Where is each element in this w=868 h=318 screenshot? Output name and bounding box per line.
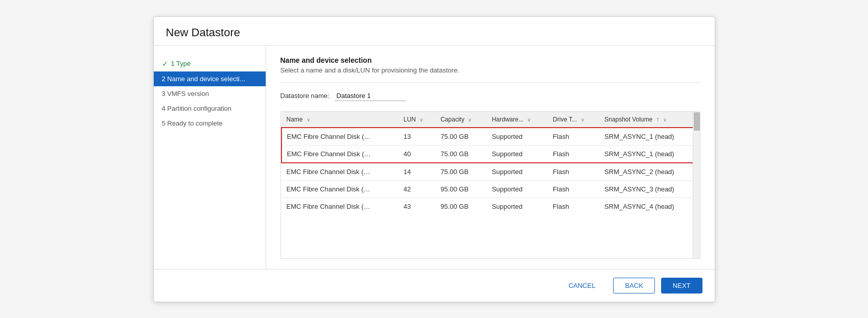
cell-snapshot: SRM_ASYNC_2 (head) xyxy=(599,163,699,181)
dialog-header: New Datastore xyxy=(154,17,715,46)
chevron-down-icon: ∨ xyxy=(663,117,667,123)
wizard-sidebar: ✓ 1 Type 2 Name and device selecti... 3 … xyxy=(154,46,266,269)
cell-lun: 43 xyxy=(398,198,435,215)
sidebar-item-label-5: 5 Ready to complete xyxy=(162,119,223,127)
cell-name: EMC Fibre Channel Disk (… xyxy=(281,145,398,163)
new-datastore-dialog: New Datastore ✓ 1 Type 2 Name and device… xyxy=(153,16,715,302)
col-lun[interactable]: LUN ∨ xyxy=(398,112,435,128)
cell-name: EMC Fibre Channel Disk (… xyxy=(281,163,398,181)
cell-snapshot: SRM_ASYNC_4 (head) xyxy=(599,198,699,215)
sidebar-item-step3[interactable]: 3 VMFS version xyxy=(154,86,266,101)
cell-lun: 13 xyxy=(398,128,435,145)
cell-hardware: Supported xyxy=(487,163,548,181)
sidebar-item-step4[interactable]: 4 Partition configuration xyxy=(154,101,266,116)
table-row[interactable]: EMC Fibre Channel Disk (… 43 95.00 GB Su… xyxy=(281,198,699,215)
cell-drive-type: Flash xyxy=(548,180,599,198)
chevron-down-icon: ∨ xyxy=(527,117,531,123)
sidebar-item-step5[interactable]: 5 Ready to complete xyxy=(154,116,266,131)
table-row[interactable]: EMC Fibre Channel Disk (… 42 95.00 GB Su… xyxy=(281,180,699,198)
table-row[interactable]: EMC Fibre Channel Disk (… 40 75.00 GB Su… xyxy=(281,145,699,163)
cell-capacity: 75.00 GB xyxy=(435,128,486,145)
col-capacity[interactable]: Capacity ∨ xyxy=(435,112,486,128)
scrollbar-track[interactable] xyxy=(693,112,700,258)
cell-hardware: Supported xyxy=(487,180,548,198)
dialog-body: ✓ 1 Type 2 Name and device selecti... 3 … xyxy=(154,46,715,269)
dialog-footer: CANCEL BACK NEXT xyxy=(154,269,715,302)
checkmark-icon: ✓ xyxy=(162,60,168,68)
cell-capacity: 95.00 GB xyxy=(435,198,486,215)
disk-table: Name ∨ LUN ∨ Capacity ∨ xyxy=(281,112,700,215)
chevron-down-icon: ∨ xyxy=(307,117,310,123)
datastore-name-label: Datastore name: xyxy=(280,92,330,100)
sidebar-item-label-1: 1 Type xyxy=(171,60,191,67)
cell-name: EMC Fibre Channel Disk (… xyxy=(281,180,398,198)
cell-lun: 40 xyxy=(398,145,435,163)
datastore-name-row: Datastore name: xyxy=(280,91,700,101)
cell-hardware: Supported xyxy=(487,145,548,163)
cell-capacity: 75.00 GB xyxy=(435,163,486,181)
col-name-label: Name xyxy=(287,116,303,123)
section-divider xyxy=(280,82,700,83)
cell-lun: 14 xyxy=(398,163,435,181)
cell-snapshot: SRM_ASYNC_1 (head) xyxy=(599,128,699,145)
col-hardware[interactable]: Hardware... ∨ xyxy=(487,112,548,128)
table-header: Name ∨ LUN ∨ Capacity ∨ xyxy=(281,112,699,128)
table-body: EMC Fibre Channel Disk (… 13 75.00 GB Su… xyxy=(281,128,699,215)
chevron-down-icon: ∨ xyxy=(468,117,472,123)
cell-name: EMC Fibre Channel Disk (… xyxy=(281,128,398,145)
cell-capacity: 95.00 GB xyxy=(435,180,486,198)
table-row[interactable]: EMC Fibre Channel Disk (… 14 75.00 GB Su… xyxy=(281,163,699,181)
cell-snapshot: SRM_ASYNC_1 (head) xyxy=(599,145,699,163)
section-subtitle: Select a name and a disk/LUN for provisi… xyxy=(280,66,700,74)
col-capacity-label: Capacity xyxy=(440,116,464,123)
sort-asc-icon: ↑ xyxy=(656,116,660,123)
sidebar-item-step2[interactable]: 2 Name and device selecti... xyxy=(154,71,266,86)
sidebar-item-label-3: 3 VMFS version xyxy=(162,90,209,97)
cell-hardware: Supported xyxy=(487,198,548,215)
cell-drive-type: Flash xyxy=(548,145,599,163)
col-lun-label: LUN xyxy=(404,116,416,123)
cell-snapshot: SRM_ASYNC_3 (head) xyxy=(599,180,699,198)
table-row[interactable]: EMC Fibre Channel Disk (… 13 75.00 GB Su… xyxy=(281,128,699,145)
back-button[interactable]: BACK xyxy=(613,278,654,293)
col-name[interactable]: Name ∨ xyxy=(281,112,398,128)
sidebar-item-label-2: 2 Name and device selecti... xyxy=(162,75,245,83)
col-hardware-label: Hardware... xyxy=(492,116,524,123)
sidebar-item-label-4: 4 Partition configuration xyxy=(162,105,232,112)
chevron-down-icon: ∨ xyxy=(419,117,423,123)
cell-name: EMC Fibre Channel Disk (… xyxy=(281,198,398,215)
col-drive-type-label: Drive T... xyxy=(553,116,577,123)
col-snapshot-volume[interactable]: Snapshot Volume ↑ ∨ xyxy=(599,112,699,128)
cell-hardware: Supported xyxy=(487,128,548,145)
next-button[interactable]: NEXT xyxy=(661,278,702,293)
datastore-name-input[interactable] xyxy=(335,91,406,101)
sidebar-item-step1[interactable]: ✓ 1 Type xyxy=(154,56,266,71)
cell-drive-type: Flash xyxy=(548,198,599,215)
chevron-down-icon: ∨ xyxy=(581,117,584,123)
cell-drive-type: Flash xyxy=(548,163,599,181)
section-title: Name and device selection xyxy=(280,56,700,64)
cell-lun: 42 xyxy=(398,180,435,198)
cell-drive-type: Flash xyxy=(548,128,599,145)
disk-table-wrapper: Name ∨ LUN ∨ Capacity ∨ xyxy=(280,111,700,259)
col-drive-type[interactable]: Drive T... ∨ xyxy=(548,112,599,128)
cell-capacity: 75.00 GB xyxy=(435,145,486,163)
col-snapshot-label: Snapshot Volume xyxy=(604,116,652,123)
dialog-title: New Datastore xyxy=(166,26,702,39)
main-content: Name and device selection Select a name … xyxy=(266,46,715,269)
scrollbar-thumb[interactable] xyxy=(694,112,700,131)
cancel-button[interactable]: CANCEL xyxy=(557,278,607,293)
